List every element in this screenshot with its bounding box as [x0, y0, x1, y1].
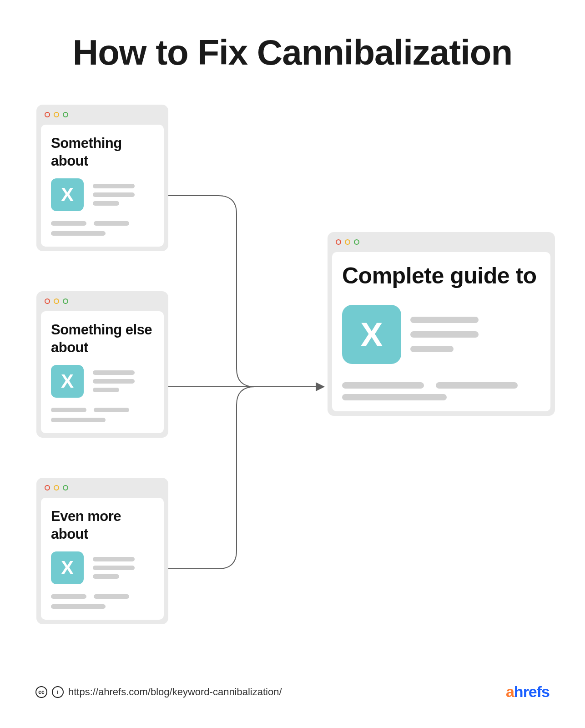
- window-chrome: [36, 478, 168, 498]
- minimize-icon: [54, 112, 59, 117]
- text-placeholder-lines: [93, 184, 135, 206]
- topic-tile: X: [51, 178, 84, 211]
- source-page-card-1: Something about X: [36, 105, 168, 251]
- source-page-card-2: Something else about X: [36, 291, 168, 438]
- source-page-card-3: Even more about X: [36, 478, 168, 624]
- topic-tile: X: [51, 551, 84, 584]
- text-placeholder-lines: [93, 370, 135, 392]
- window-chrome: [36, 291, 168, 311]
- topic-tile: X: [51, 365, 84, 398]
- cc-license-icon: cc: [35, 686, 47, 698]
- text-placeholder-lines: [51, 231, 154, 236]
- text-placeholder-lines: [51, 418, 154, 422]
- topic-tile: X: [342, 305, 401, 364]
- minimize-icon: [345, 239, 350, 245]
- maximize-icon: [63, 112, 68, 117]
- maximize-icon: [63, 485, 68, 490]
- text-placeholder-lines: [51, 221, 154, 226]
- close-icon: [45, 485, 50, 490]
- text-placeholder-lines: [93, 557, 135, 579]
- ahrefs-logo: ahrefs: [506, 683, 550, 701]
- close-icon: [45, 112, 50, 117]
- card-heading: Something about: [51, 135, 154, 170]
- minimize-icon: [54, 298, 59, 304]
- text-placeholder-lines: [51, 604, 154, 609]
- minimize-icon: [54, 485, 59, 490]
- window-chrome: [328, 232, 555, 252]
- maximize-icon: [63, 298, 68, 304]
- close-icon: [45, 298, 50, 304]
- consolidated-page-card: Complete guide to X: [328, 232, 555, 416]
- text-placeholder-lines: [51, 594, 154, 599]
- card-heading: Complete guide to: [342, 262, 540, 289]
- diagram-title: How to Fix Cannibalization: [0, 32, 585, 73]
- card-heading: Even more about: [51, 508, 154, 543]
- text-placeholder-lines: [410, 317, 479, 352]
- source-url: https://ahrefs.com/blog/keyword-cannibal…: [68, 686, 282, 698]
- card-heading: Something else about: [51, 321, 154, 357]
- footer: cc i https://ahrefs.com/blog/keyword-can…: [35, 683, 550, 701]
- text-placeholder-lines: [342, 382, 540, 389]
- maximize-icon: [354, 239, 359, 245]
- window-chrome: [36, 105, 168, 125]
- close-icon: [336, 239, 341, 245]
- text-placeholder-lines: [51, 408, 154, 412]
- text-placeholder-lines: [342, 394, 540, 400]
- cc-by-icon: i: [52, 686, 64, 698]
